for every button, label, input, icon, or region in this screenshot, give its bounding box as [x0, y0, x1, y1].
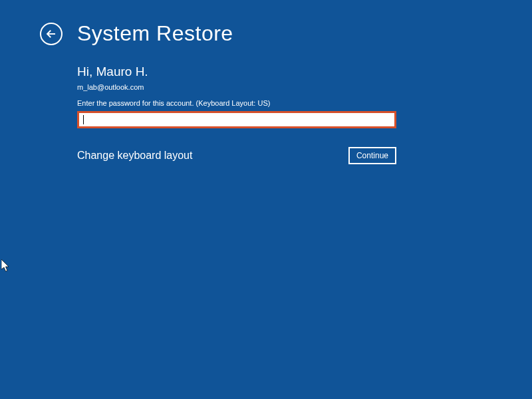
back-arrow-icon: [45, 28, 57, 40]
back-button[interactable]: [40, 23, 63, 45]
account-greeting: Hi, Mauro H.: [77, 65, 399, 79]
page-title: System Restore: [77, 21, 233, 46]
continue-button[interactable]: Continue: [348, 147, 396, 164]
password-instruction: Enter the password for this account. (Ke…: [77, 99, 399, 107]
password-field-wrapper[interactable]: [77, 111, 396, 128]
account-email: m_lab@outlook.com: [77, 83, 399, 91]
password-input[interactable]: [84, 113, 394, 126]
mouse-cursor-icon: [1, 259, 11, 273]
change-keyboard-layout-link[interactable]: Change keyboard layout: [77, 150, 192, 162]
